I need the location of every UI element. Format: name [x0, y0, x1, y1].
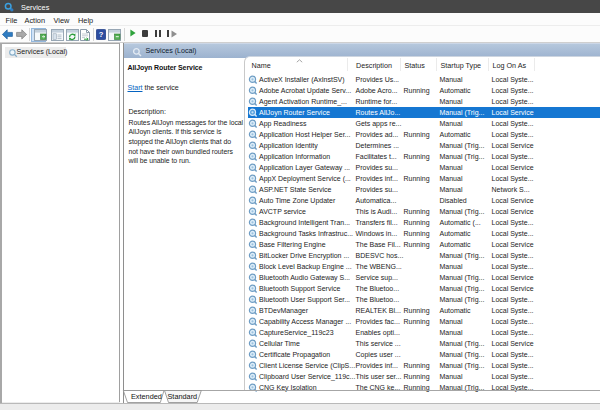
svg-text:Extended: Extended	[131, 392, 162, 401]
svg-text:?: ?	[98, 30, 103, 39]
svg-text:Standard: Standard	[168, 392, 198, 401]
